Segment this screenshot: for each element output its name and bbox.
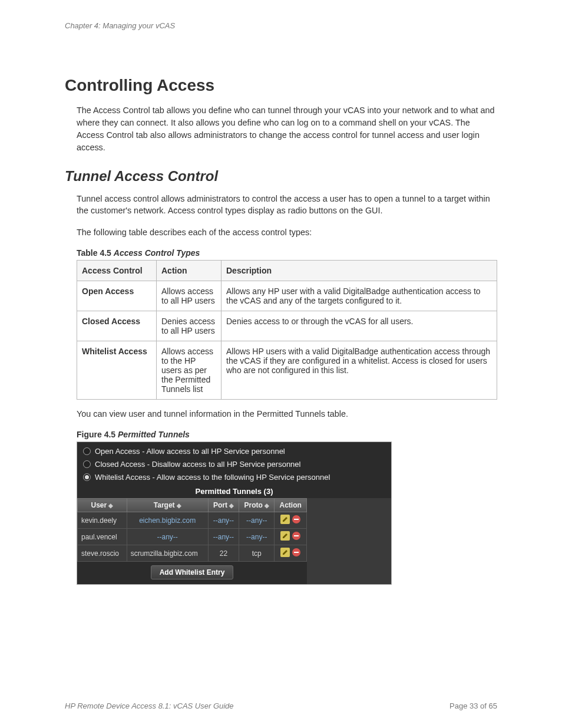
th-proto[interactable]: Proto◆ — [239, 499, 275, 512]
radio-icon — [83, 460, 91, 468]
th-description: Description — [222, 261, 497, 281]
svg-rect-8 — [294, 552, 299, 553]
figure-caption: Figure 4.5 Permitted Tunnels — [77, 430, 497, 439]
sort-icon: ◆ — [177, 502, 181, 509]
body-paragraph: You can view user and tunnel information… — [77, 408, 497, 420]
radio-open-access[interactable]: Open Access - Allow access to all HP Ser… — [81, 445, 388, 458]
table-row: paul.vencel --any-- --any-- --any-- — [78, 529, 307, 545]
permitted-tunnels-title: Permitted Tunnels (3) — [81, 484, 388, 498]
table-caption: Table 4.5 Access Control Types — [77, 248, 497, 258]
th-user[interactable]: User◆ — [78, 499, 127, 512]
radio-whitelist-access[interactable]: Whitelist Access - Allow access to the f… — [81, 471, 388, 484]
access-control-types-table: Access Control Action Description Open A… — [77, 260, 497, 400]
svg-rect-2 — [294, 519, 299, 520]
chapter-header: Chapter 4: Managing your vCAS — [65, 21, 497, 30]
radio-icon — [83, 447, 91, 455]
radio-label: Whitelist Access - Allow access to the f… — [95, 473, 330, 482]
sort-icon: ◆ — [229, 502, 234, 509]
section-heading: Controlling Access — [65, 76, 497, 95]
figure-empty-area — [307, 498, 391, 584]
table-row: Open Access Allows access to all HP user… — [77, 281, 497, 311]
radio-icon — [83, 473, 91, 481]
radio-label: Closed Access - Disallow access to all H… — [95, 460, 300, 469]
table-row: kevin.deely eichen.bigbiz.com --any-- --… — [78, 512, 307, 529]
th-action: Action — [157, 261, 222, 281]
delete-icon[interactable] — [292, 531, 301, 541]
delete-icon[interactable] — [292, 548, 301, 557]
permitted-tunnels-figure: Open Access - Allow access to all HP Ser… — [77, 442, 392, 585]
th-access-control: Access Control — [77, 261, 157, 281]
th-action: Action — [275, 499, 307, 512]
delete-icon[interactable] — [292, 515, 301, 524]
svg-rect-5 — [294, 535, 299, 536]
edit-icon[interactable] — [280, 531, 290, 541]
subsection-heading: Tunnel Access Control — [65, 168, 497, 185]
th-port[interactable]: Port◆ — [208, 499, 239, 512]
footer-doc-title: HP Remote Device Access 8.1: vCAS User G… — [65, 701, 234, 710]
th-target[interactable]: Target◆ — [127, 499, 208, 512]
table-row: Closed Access Denies access to all HP us… — [77, 311, 497, 341]
table-row: steve.roscio scrumzilla.bigbiz.com 22 tc… — [78, 545, 307, 562]
edit-icon[interactable] — [280, 548, 290, 557]
radio-closed-access[interactable]: Closed Access - Disallow access to all H… — [81, 458, 388, 471]
add-whitelist-entry-button[interactable]: Add Whitelist Entry — [151, 565, 234, 579]
permitted-tunnels-table: User◆ Target◆ Port◆ Proto◆ Action kevin.… — [77, 498, 307, 562]
radio-label: Open Access - Allow access to all HP Ser… — [95, 447, 285, 456]
sort-icon: ◆ — [108, 502, 113, 509]
body-paragraph: The following table describes each of th… — [77, 226, 497, 239]
sort-icon: ◆ — [265, 502, 269, 509]
table-row: Whitelist Access Allows access to the HP… — [77, 341, 497, 400]
intro-paragraph: The Access Control tab allows you define… — [77, 104, 497, 154]
footer-page-number: Page 33 of 65 — [449, 701, 497, 710]
edit-icon[interactable] — [280, 515, 290, 524]
body-paragraph: Tunnel access control allows administrat… — [77, 193, 497, 218]
